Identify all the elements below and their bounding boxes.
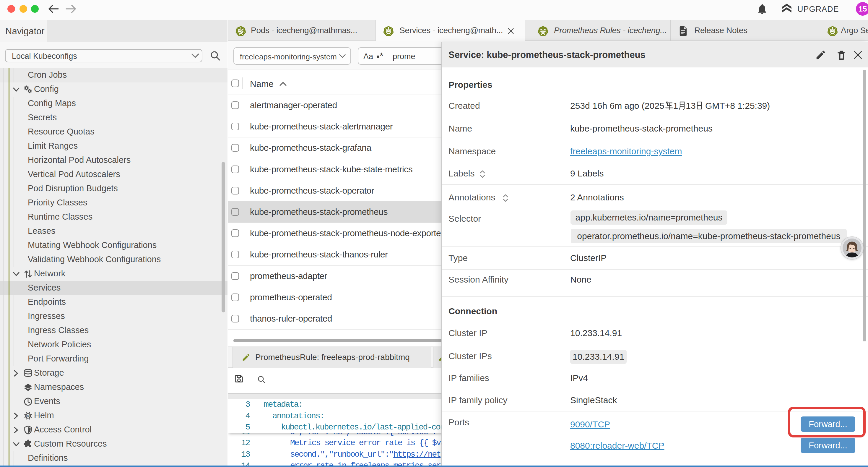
svg-text:HELM: HELM (25, 415, 31, 417)
